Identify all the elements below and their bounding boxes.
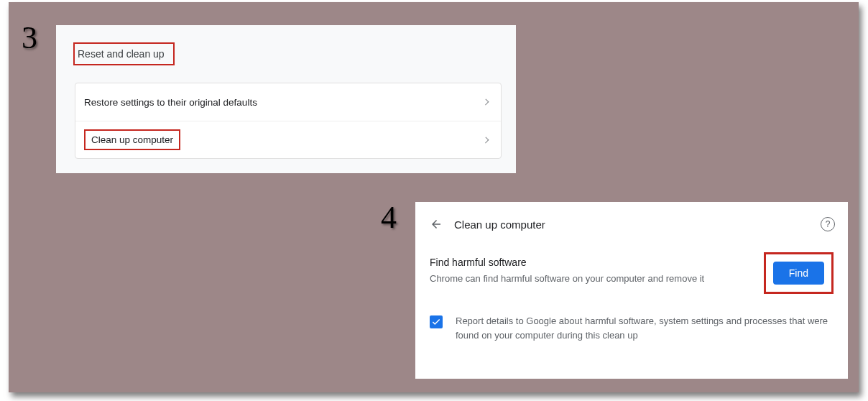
find-button[interactable]: Find [773, 262, 824, 285]
clean-up-computer-row[interactable]: Clean up computer [75, 121, 501, 158]
chevron-right-icon [483, 137, 489, 143]
step-number-3: 3 [22, 19, 37, 56]
settings-card: Restore settings to their original defau… [75, 83, 502, 159]
report-checkbox[interactable] [430, 315, 443, 328]
tutorial-canvas: 3 Reset and clean up Restore settings to… [9, 2, 859, 392]
cleanup-panel: Clean up computer ? Find harmful softwar… [415, 202, 848, 379]
step-number-4: 4 [381, 199, 397, 236]
find-software-row: Find harmful software Chrome can find ha… [430, 252, 834, 294]
reset-cleanup-panel: Reset and clean up Restore settings to t… [56, 25, 516, 173]
find-description: Chrome can find harmful software on your… [430, 272, 755, 286]
page-title: Clean up computer [454, 218, 821, 231]
restore-defaults-row[interactable]: Restore settings to their original defau… [75, 83, 501, 121]
panel-header: Clean up computer ? [415, 202, 848, 246]
help-icon[interactable]: ? [821, 217, 835, 231]
find-button-highlight: Find [764, 252, 834, 294]
row-label: Clean up computer [84, 129, 180, 150]
report-row: Report details to Google about harmful s… [430, 314, 834, 342]
find-heading: Find harmful software [430, 257, 755, 268]
report-text: Report details to Google about harmful s… [456, 314, 834, 342]
row-label: Restore settings to their original defau… [84, 97, 484, 108]
back-arrow-icon[interactable] [428, 216, 444, 232]
section-title: Reset and clean up [73, 42, 175, 65]
